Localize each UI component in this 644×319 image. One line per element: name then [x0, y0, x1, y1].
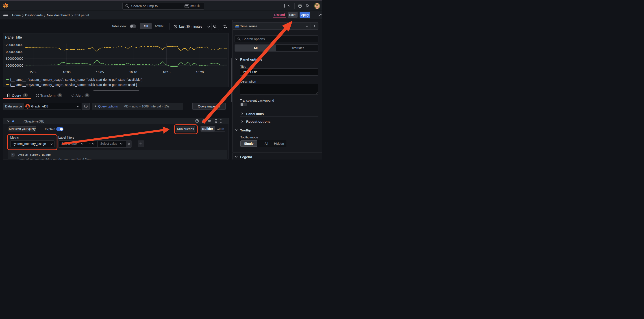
svg-text:15:55: 15:55 [29, 71, 37, 74]
svg-text:16:20: 16:20 [196, 71, 204, 74]
svg-text:?: ? [85, 105, 86, 108]
svg-text:12000000000: 12000000000 [4, 43, 23, 47]
svg-text:6000000000: 6000000000 [6, 64, 23, 67]
svg-text:16:05: 16:05 [96, 71, 104, 74]
svg-text:16:10: 16:10 [129, 71, 137, 74]
svg-text:16:00: 16:00 [62, 71, 70, 74]
svg-text:10000000000: 10000000000 [4, 50, 23, 54]
svg-text:8000000000: 8000000000 [6, 57, 23, 60]
svg-text:?: ? [196, 120, 198, 122]
svg-text:?: ? [299, 5, 301, 8]
svg-text:16:15: 16:15 [162, 71, 170, 74]
